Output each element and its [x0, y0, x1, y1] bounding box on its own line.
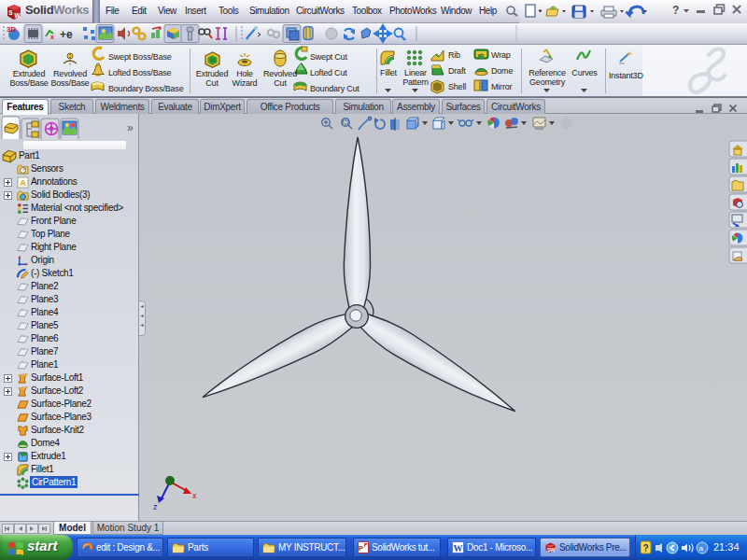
svg-text:x: x	[192, 491, 197, 500]
svg-text:x: x	[50, 34, 54, 40]
svg-text:W: W	[15, 12, 21, 19]
svg-text:3D: 3D	[7, 25, 16, 34]
svg-text:ab: ab	[478, 52, 485, 58]
svg-text:SW: SW	[547, 547, 556, 553]
svg-text:+e: +e	[60, 28, 73, 41]
svg-text:a: a	[699, 544, 704, 553]
svg-text:?: ?	[643, 543, 649, 553]
svg-text:P: P	[359, 544, 363, 553]
svg-text:S: S	[8, 9, 13, 16]
svg-text:W: W	[454, 543, 463, 553]
svg-text:z: z	[153, 502, 158, 511]
